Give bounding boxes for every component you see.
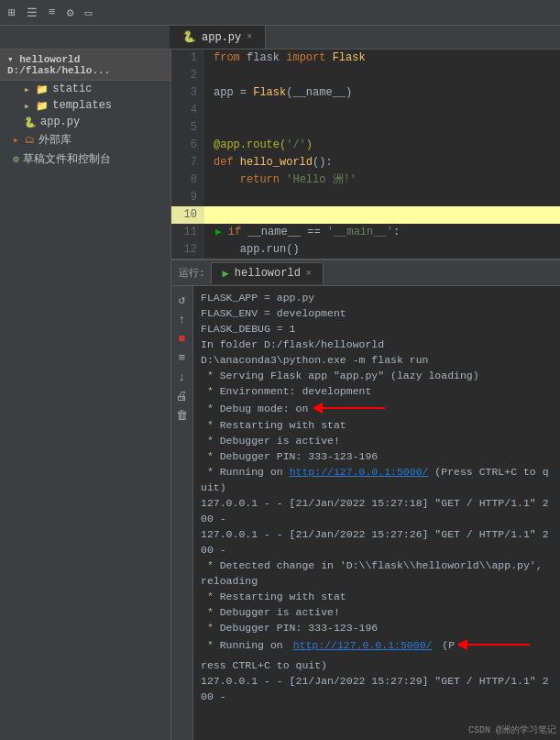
sidebar-item-apppy[interactable]: 🐍 app.py	[0, 114, 170, 130]
line-number-12: 12	[171, 241, 204, 259]
log-line-1: FLASK_ENV = development	[201, 305, 553, 321]
run-toolbar: ↺ ↑ ■ ≡ ↓ 🖨 🗑	[171, 286, 193, 740]
project-title: ▾ helloworld D:/flask/hello...	[7, 54, 110, 76]
line-number-6: 6	[171, 137, 204, 154]
log-line-7: * Debug mode: on	[201, 399, 553, 417]
code-line-2: 2	[171, 67, 560, 84]
sidebar-item-label-apppy: app.py	[40, 116, 80, 128]
run-stop-icon[interactable]: ■	[178, 331, 187, 347]
toolbar-icon-2[interactable]: ☰	[24, 4, 40, 22]
line-content-2	[204, 67, 220, 84]
toolbar-icon-5[interactable]: ▭	[82, 4, 94, 22]
log-line-14: * Detected change in 'D:\\flask\\hellowo…	[201, 558, 553, 589]
log-line-17: * Debugger PIN: 333-123-196	[201, 620, 553, 635]
code-line-5: 5	[171, 119, 560, 137]
log-line-19: 127.0.0.1 - - [21/Jan/2022 15:27:29] "GE…	[201, 673, 553, 704]
project-sidebar: ▾ helloworld D:/flask/hello... ▸ 📁 stati…	[0, 50, 171, 740]
toolbar-icon-3[interactable]: ≡	[46, 4, 59, 21]
run-link-2[interactable]: http://127.0.0.1:5000/	[293, 637, 433, 653]
code-line-12: 12 app.run()	[171, 241, 560, 259]
code-line-4: 4	[171, 102, 560, 119]
run-tab-icon: ▶	[223, 267, 229, 281]
log-line-11: * Running on http://127.0.0.1:5000/ (Pre…	[201, 464, 553, 495]
line-content-8: return 'Hello 洲!'	[204, 171, 357, 189]
run-body: ↺ ↑ ■ ≡ ↓ 🖨 🗑 FLASK_APP = app.py FLASK_E…	[171, 286, 560, 740]
tab-file-icon: 🐍	[182, 30, 196, 44]
log-line-2: FLASK_DEBUG = 1	[201, 321, 553, 337]
tab-close-button[interactable]: ×	[247, 32, 252, 42]
line-number-3: 3	[171, 84, 204, 102]
run-restart-icon[interactable]: ↺	[178, 292, 187, 308]
run-panel-header: 运行: ▶ helloworld ×	[171, 260, 560, 286]
press-ctrl-text-2: ress CTRL+C to quit)	[201, 657, 327, 673]
run-print-icon[interactable]: 🖨	[175, 389, 189, 404]
run-label: 运行:	[179, 266, 205, 280]
log-line-15: * Restarting with stat	[201, 589, 553, 604]
sidebar-item-label-static: static	[52, 83, 92, 95]
code-line-9: 9	[171, 189, 560, 206]
tab-filename: app.py	[202, 31, 241, 44]
drafts-icon: ⚙	[13, 153, 19, 165]
editor-area: 1 from flask import Flask 2 3 app = Flas…	[171, 50, 560, 740]
line-content-5	[204, 119, 220, 137]
line-number-4: 4	[171, 102, 204, 119]
run-tab-label: helloworld	[235, 267, 301, 280]
libs-icon: ▸ 🗂	[13, 134, 35, 146]
line-content-4	[204, 102, 220, 119]
line-number-9: 9	[171, 189, 204, 206]
run-down-icon[interactable]: ↓	[178, 370, 187, 385]
line-number-11: 11	[171, 224, 204, 241]
top-toolbar: ⊞ ☰ ≡ ⚙ ▭	[0, 0, 560, 26]
code-line-8: 8 return 'Hello 洲!'	[171, 171, 560, 189]
sidebar-item-drafts[interactable]: ⚙ 草稿文件和控制台	[0, 149, 170, 169]
project-header: ▾ helloworld D:/flask/hello...	[0, 50, 170, 81]
file-icon-apppy: 🐍	[24, 116, 37, 128]
sidebar-item-static[interactable]: ▸ 📁 static	[0, 81, 170, 97]
line-content-7: def hello_world():	[204, 154, 333, 171]
code-line-3: 3 app = Flask(__name__)	[171, 84, 560, 102]
sidebar-item-templates[interactable]: ▸ 📁 templates	[0, 97, 170, 114]
log-line-0: FLASK_APP = app.py	[201, 290, 553, 305]
line-number-1: 1	[171, 50, 204, 67]
editor-tab-apppy[interactable]: 🐍 app.py ×	[170, 26, 266, 49]
press-ctrl-text: (P	[435, 637, 455, 653]
folder-icon-templates: ▸ 📁	[24, 100, 49, 112]
red-arrow-2	[458, 635, 532, 654]
log-line-13: 127.0.0.1 - - [21/Jan/2022 15:27:26] "GE…	[201, 526, 553, 558]
toolbar-icon-4[interactable]: ⚙	[64, 4, 77, 22]
run-trash-icon[interactable]: 🗑	[175, 408, 189, 424]
log-line-10: * Debugger PIN: 333-123-196	[201, 448, 553, 464]
line-content-6: @app.route('/')	[204, 137, 313, 154]
toolbar-icon-1[interactable]: ⊞	[5, 4, 18, 22]
sidebar-item-label-templates: templates	[52, 99, 112, 112]
run-link-1[interactable]: http://127.0.0.1:5000/	[290, 466, 429, 478]
log-line-5: * Serving Flask app "app.py" (lazy loadi…	[201, 368, 553, 383]
tab-bar: 🐍 app.py ×	[0, 26, 560, 50]
main-area: ▾ helloworld D:/flask/hello... ▸ 📁 stati…	[0, 50, 560, 740]
run-scroll-icon[interactable]: ≡	[178, 350, 187, 366]
log-line-8: * Restarting with stat	[201, 417, 553, 433]
run-up-icon[interactable]: ↑	[178, 312, 187, 327]
watermark: CSDN @洲的学习笔记	[468, 723, 556, 736]
log-line-9: * Debugger is active!	[201, 433, 553, 448]
run-output: FLASK_APP = app.py FLASK_ENV = developme…	[193, 286, 560, 740]
sidebar-item-external-libs[interactable]: ▸ 🗂 外部库	[0, 130, 170, 149]
run-tab-close[interactable]: ×	[306, 269, 312, 279]
line-number-7: 7	[171, 154, 204, 171]
line-number-5: 5	[171, 119, 204, 137]
line-content-12: app.run()	[204, 241, 300, 259]
red-arrow-1	[313, 399, 387, 417]
code-lines: 1 from flask import Flask 2 3 app = Flas…	[171, 50, 560, 259]
log-line-12: 127.0.0.1 - - [21/Jan/2022 15:27:18] "GE…	[201, 495, 553, 526]
code-editor: 1 from flask import Flask 2 3 app = Flas…	[171, 50, 560, 259]
log-line-18: * Running on http://127.0.0.1:5000/ (P r…	[201, 635, 553, 673]
line-content-9	[204, 189, 220, 206]
run-panel: 运行: ▶ helloworld × ↺ ↑ ■ ≡ ↓ 🖨 🗑	[171, 259, 560, 740]
line-number-2: 2	[171, 67, 204, 84]
line-content-11: ▶ if __name__ == '__main__':	[204, 224, 400, 241]
code-line-1: 1 from flask import Flask	[171, 50, 560, 67]
folder-icon-static: ▸ 📁	[24, 83, 49, 95]
run-tab-helloworld[interactable]: ▶ helloworld ×	[211, 262, 324, 284]
sidebar-item-label-external-libs: 外部库	[38, 132, 71, 148]
run-link-label-2: * Running on	[201, 637, 290, 653]
